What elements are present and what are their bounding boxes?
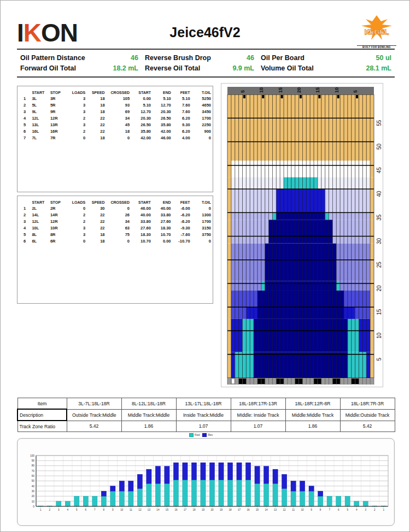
reverse-bar [155,466,160,484]
summary-item: Forward Oil Total18.2 mL [17,63,142,73]
table-cell: 12R [49,115,68,121]
legend-reverse: Rev [202,433,213,437]
forward-bar [110,491,115,506]
footer-black-mark [352,379,355,384]
reverse-bar [291,481,296,492]
board-tick [300,95,302,98]
table-cell: 16L [30,128,48,134]
table-cell: 33.80 [153,211,173,218]
oil-band-segment [370,281,374,291]
summary-label: Volume Oil Total [261,64,314,72]
ratio-description-cell[interactable]: Middle Track:Middle [121,409,176,421]
ratio-value-cell[interactable]: 1.86 [285,421,340,432]
oil-band-segment [231,352,235,378]
table-cell: 6L [30,238,48,244]
ratio-value-cell[interactable]: 1.07 [231,421,285,432]
oil-band-segment [254,319,348,352]
forward-bar [65,501,70,506]
table-cell: 3 [22,218,30,224]
table-cell: 30 [87,205,106,211]
forward-bar [227,480,232,506]
ratio-zone-header[interactable]: 18L-18R:17R-13R [231,398,285,410]
table-cell: 42.00 [153,128,173,134]
summary-item: Volume Oil Total28.1 mL [257,63,395,73]
ratio-description-label[interactable]: Description [17,409,67,421]
distance-label: 40 [376,191,382,197]
forward-bar [237,480,242,506]
y-tick-label: 0 [33,505,34,508]
footer-black-mark [318,379,321,384]
ratio-description-cell[interactable]: Outside Track:Middle [67,409,121,421]
table-cell: 0 [68,238,87,244]
x-tick-label: 18 [229,509,232,511]
oil-band-segment [344,307,355,319]
board-axis-label: 10 [334,87,339,93]
ratio-value-cell[interactable]: 5.42 [340,421,395,432]
table-cell: 26 [107,211,131,218]
reverse-bar [110,486,115,491]
forward-color-swatch [189,433,194,437]
column-header: SPEED [87,200,106,205]
table-cell: 16R [49,128,68,134]
y-tick-label: 70 [32,470,35,472]
x-tick-label: 9 [112,509,114,511]
reverse-bar [255,466,260,484]
ratio-zone-header[interactable]: 18L-18R:12R-8R [285,398,340,410]
ratio-description-cell[interactable]: Inside Track:Middle [176,409,231,421]
x-tick-label: 16 [174,509,178,511]
reverse-bar [219,463,224,480]
table-row: 66L6R018010.700.00-10.700 [22,238,213,244]
table-cell: 22 [87,218,106,224]
distance-label: 55 [376,120,382,126]
x-tick-label: 19 [220,509,223,511]
oil-band-segment [231,161,370,177]
ratio-value-cell[interactable]: 1.86 [121,421,176,432]
oil-band-segment [329,212,371,220]
ratio-item-header[interactable]: Item [17,398,67,410]
table-cell: 33.80 [131,218,153,224]
x-tick-label: 11 [292,509,295,511]
forward-bar [273,483,278,506]
ratio-zone-header[interactable]: 3L-7L:18L-18R [67,398,121,410]
table-cell: 0 [107,134,131,141]
table-row: 12L2R030046.0040.00-6.000 [22,205,213,211]
table-cell: 1 [22,205,30,211]
board-axis-label: 20 [296,87,302,93]
forward-bar [309,491,314,506]
ratio-zone-header[interactable]: 8L-12L:18L-18R [121,398,176,410]
summary-value: 28.1 mL [366,64,391,72]
footer-black-mark [280,379,284,384]
reverse-bar [282,474,286,488]
x-tick-label: 7 [329,509,330,511]
ratio-value-label[interactable]: Track Zone Ratio [17,421,67,432]
table-row: 25L5R318935.1012.707.604650 [22,102,213,108]
ratio-zone-header[interactable]: 18L-18R:7R-3R [340,398,395,410]
oil-band-segment [227,243,231,281]
ratio-description-cell[interactable]: Middle:Middle Track [285,409,340,421]
table-cell: 63 [107,224,131,231]
ratio-zone-header[interactable]: 13L-17L:18L-18R [176,398,231,410]
table-cell: 18 [87,95,106,102]
x-tick-label: 4 [356,509,358,511]
table-cell: 8L [30,231,48,238]
footer-black-mark [257,379,261,384]
table-cell: 75 [107,231,131,238]
oil-band-segment [370,307,374,319]
reverse-bar [137,474,142,488]
legend-forward-label: Fwd [195,433,200,436]
ratio-value-cell[interactable]: 5.42 [67,421,121,432]
ratio-value-cell[interactable]: 1.07 [176,421,231,432]
ratio-description-cell[interactable]: Middle:Outside Track [340,409,395,421]
ratio-description-cell[interactable]: MIddle: Inside Track [231,409,285,421]
table-cell: 6.20 [173,128,192,134]
table-cell: 18 [87,108,106,115]
column-header: END [153,90,173,95]
column-header: CROSSED [107,200,131,205]
table-cell: 18 [107,128,131,134]
x-tick-label: 10 [120,509,124,511]
table-cell: 105 [107,95,131,102]
forward-bar [92,496,97,506]
column-header: CROSSED [107,90,131,95]
oil-band-segment [227,291,231,307]
oil-band-segment [227,220,231,243]
